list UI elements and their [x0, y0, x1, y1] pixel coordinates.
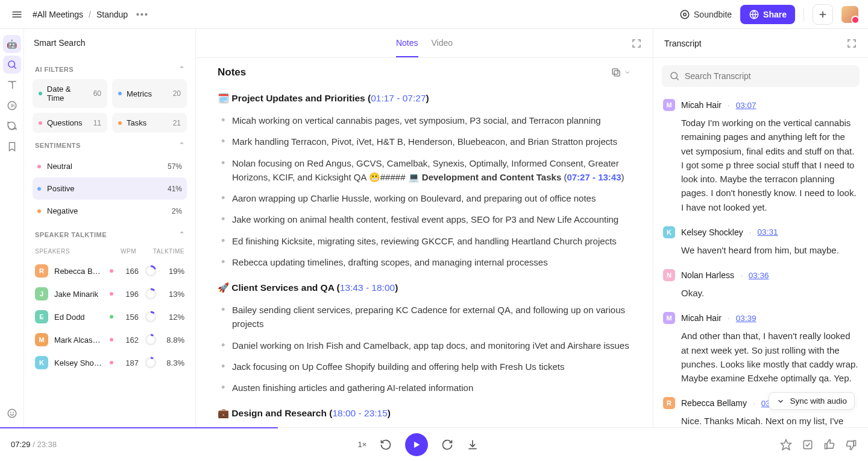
thumbs-up-button[interactable]: [823, 439, 835, 451]
svg-point-16: [10, 412, 11, 413]
speaker-avatar: N: [663, 269, 675, 281]
speaker-row[interactable]: J Jake Minarik 196 13%: [33, 282, 187, 305]
transcript-text: Today I'm working on the vertical cannab…: [663, 111, 858, 218]
notes-section-title: 🚀 Client Services and QA (13:43 - 18:00): [218, 282, 631, 293]
rail-robot-icon[interactable]: 🤖: [3, 35, 21, 53]
more-menu[interactable]: •••: [136, 10, 149, 19]
expand-icon[interactable]: [631, 38, 642, 49]
transcript-time[interactable]: 03:31: [758, 227, 778, 237]
speaker-avatar: K: [663, 226, 675, 238]
breadcrumb: #All Meetings / Standup: [33, 10, 128, 19]
note-bullet: Daniel working on Irish Fish and Camelba…: [221, 335, 631, 356]
share-label: Share: [763, 10, 787, 19]
chevron-up-icon[interactable]: ⌃: [179, 65, 185, 73]
left-panel: Smart Search AI FILTERS ⌃ Date & Time 60…: [24, 29, 196, 427]
timestamp-link[interactable]: 18:00: [371, 282, 395, 293]
rail-book-icon[interactable]: [3, 76, 21, 94]
transcript-search-input[interactable]: [685, 71, 852, 81]
sentiment-row[interactable]: Positive 41%: [33, 177, 187, 200]
notes-copy-menu[interactable]: [611, 67, 631, 78]
transcript-item: M Micah Hair · 03:07 Today I'm working o…: [663, 93, 858, 220]
chevron-up-icon[interactable]: ⌃: [179, 230, 185, 238]
transcript-time[interactable]: 03:07: [736, 101, 756, 110]
note-bullet: Jack focusing on Up Coffee Shopify build…: [221, 356, 631, 377]
breadcrumb-root[interactable]: #All Meetings: [33, 10, 83, 19]
tab-video[interactable]: Video: [432, 30, 453, 57]
rail-disc-icon[interactable]: [3, 97, 21, 115]
timestamp-link[interactable]: 13:43: [340, 282, 363, 293]
top-bar: #All Meetings / Standup ••• Soundbite Sh…: [0, 0, 868, 29]
chip-count: 20: [173, 89, 181, 98]
timestamp-link[interactable]: 01:17: [371, 93, 394, 103]
forward-button[interactable]: [441, 439, 453, 451]
note-bullet: Micah working on vertical cannabis pages…: [221, 110, 631, 131]
play-button[interactable]: [405, 433, 428, 456]
rail-smile-icon[interactable]: [3, 404, 21, 422]
speaker-avatar: R: [35, 264, 48, 278]
svg-point-22: [146, 312, 156, 322]
breadcrumb-page[interactable]: Standup: [96, 10, 128, 19]
speaker-name: Ed Dodd: [54, 313, 104, 322]
timestamp-link[interactable]: 18:00: [332, 408, 356, 418]
soundbite-button[interactable]: Soundbite: [679, 9, 732, 20]
sentiment-pct: 2%: [172, 207, 182, 215]
transcript-item: Sync with audio R Rebecca Bellamy · 03:5…: [663, 391, 858, 427]
transcript-speaker: Nolan Harless: [681, 270, 734, 280]
rewind-button[interactable]: [380, 439, 392, 451]
speaker-row[interactable]: M Mark Alcasabas 162 8.8%: [33, 328, 187, 351]
share-button[interactable]: Share: [740, 5, 795, 24]
progress-bar[interactable]: [0, 427, 278, 428]
sentiment-row[interactable]: Negative 2%: [33, 200, 187, 222]
checklist-button[interactable]: [802, 439, 814, 451]
filter-chip[interactable]: Date & Time 60: [33, 79, 107, 108]
speaker-row[interactable]: R Rebecca Bellamy 166 19%: [33, 259, 187, 282]
transcript-item: M Micah Hair · 03:39 And other than that…: [663, 306, 858, 391]
chevron-up-icon[interactable]: ⌃: [179, 141, 185, 149]
timestamp-link[interactable]: 07:27: [403, 93, 426, 103]
speaker-name: Rebecca Bellamy: [54, 267, 104, 276]
center-panel: Notes Video Notes 🗓️ Project Updates and…: [196, 29, 653, 427]
expand-icon[interactable]: [846, 38, 857, 49]
download-button[interactable]: [467, 439, 479, 451]
timestamp-link[interactable]: 13:43: [598, 172, 621, 182]
chip-label: Questions: [47, 118, 83, 127]
sentiment-row[interactable]: Neutral 57%: [33, 155, 187, 177]
rail-bookmark-icon[interactable]: [3, 138, 21, 156]
transcript-text: We haven't heard from him, but maybe.: [663, 238, 858, 261]
tab-notes[interactable]: Notes: [396, 30, 418, 57]
transcript-speaker: Rebecca Bellamy: [681, 398, 747, 408]
transcript-item: K Kelsey Shockley · 03:31 We haven't hea…: [663, 220, 858, 263]
filter-chip[interactable]: Tasks 21: [112, 113, 187, 133]
timestamp-link[interactable]: 07:27: [567, 172, 590, 182]
player-bar: 07:29 / 23:38 1×: [0, 427, 868, 461]
svg-rect-29: [612, 69, 618, 74]
thumbs-down-button[interactable]: [845, 439, 857, 451]
filter-chip[interactable]: Questions 11: [33, 113, 107, 133]
transcript-time[interactable]: 03:36: [749, 271, 769, 280]
side-rail: 🤖: [0, 29, 24, 427]
transcript-text: And other than that, I haven't really lo…: [663, 324, 858, 389]
note-bullet: Jake working on animal health content, f…: [221, 209, 631, 230]
rail-chat-icon[interactable]: [3, 117, 21, 135]
talktime-label: SPEAKER TALKTIME ⌃: [33, 222, 187, 244]
rail-search-icon[interactable]: [3, 56, 21, 74]
svg-point-26: [146, 358, 156, 367]
speed-button[interactable]: 1×: [358, 440, 367, 449]
transcript-item: N Nolan Harless · 03:36 Okay.: [663, 263, 858, 306]
speaker-row[interactable]: K Kelsey Shockley 187 8.3%: [33, 351, 187, 374]
timestamp-link[interactable]: 23:15: [364, 408, 388, 418]
star-button[interactable]: [780, 439, 792, 451]
transcript-time[interactable]: 03:39: [736, 314, 756, 323]
transcript-search[interactable]: [662, 65, 860, 87]
filter-chip[interactable]: Metrics 20: [112, 79, 187, 108]
speaker-avatar: M: [663, 99, 675, 111]
sentiment-label: Negative: [47, 206, 78, 215]
sync-audio-popup[interactable]: Sync with audio: [769, 392, 855, 410]
hamburger-icon[interactable]: [10, 7, 24, 22]
add-button[interactable]: [813, 4, 833, 25]
speaker-row[interactable]: E Ed Dodd 156 12%: [33, 305, 187, 328]
svg-marker-32: [414, 441, 420, 448]
user-avatar[interactable]: [841, 6, 858, 23]
soundbite-label: Soundbite: [694, 10, 732, 19]
talktime-donut: [145, 288, 157, 300]
